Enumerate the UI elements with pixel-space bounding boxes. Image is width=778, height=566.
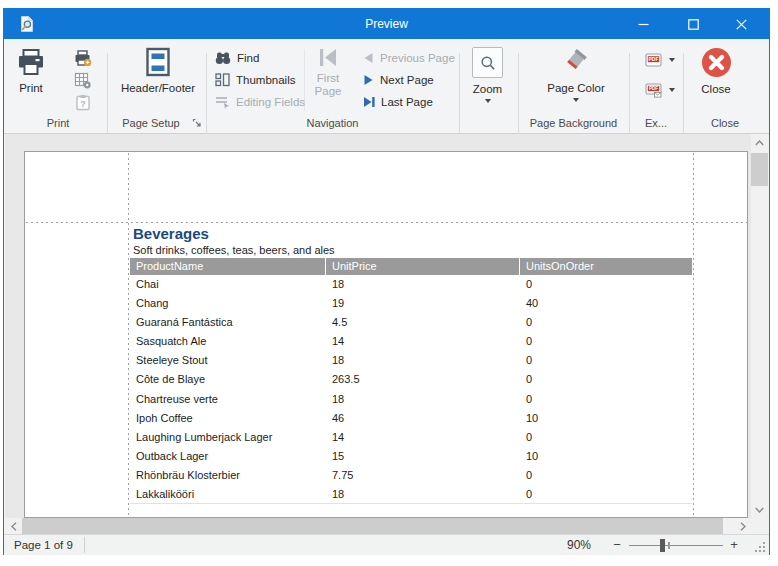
find-binoculars-icon — [215, 51, 231, 65]
column-header-unitsonorder: UnitsOnOrder — [520, 258, 692, 275]
header-footer-button[interactable]: Header/Footer — [112, 47, 204, 94]
table-cell: 0 — [520, 313, 692, 332]
send-pdf-email-button[interactable]: PDF — [645, 80, 675, 100]
scroll-up-button[interactable] — [751, 134, 768, 151]
zoom-out-button[interactable]: − — [610, 535, 624, 555]
table-cell: Sasquatch Ale — [130, 332, 326, 351]
vertical-scrollbar[interactable] — [751, 134, 768, 518]
thumbnails-label: Thumbnails — [236, 74, 295, 86]
navigation-group-label: Navigation — [206, 115, 459, 131]
chevron-down-icon — [573, 98, 579, 102]
magnifier-icon — [480, 55, 496, 71]
maximize-icon — [688, 19, 699, 30]
previous-page-button[interactable]: Previous Page — [363, 48, 455, 68]
table-cell: 0 — [520, 390, 692, 409]
table-cell: Laughing Lumberjack Lager — [130, 428, 326, 447]
document-viewport[interactable]: Beverages Soft drinks, coffees, teas, be… — [5, 134, 751, 518]
svg-text:?: ? — [80, 98, 86, 108]
grid-options-button[interactable] — [74, 70, 92, 90]
last-page-button[interactable]: Last Page — [363, 92, 433, 112]
editing-fields-button[interactable]: Editing Fields — [215, 92, 305, 112]
scroll-left-button[interactable] — [5, 518, 22, 534]
next-page-icon — [363, 74, 374, 86]
scroll-right-button[interactable] — [734, 518, 751, 534]
table-cell: 46 — [326, 409, 520, 428]
margin-guide-right — [693, 153, 694, 518]
table-cell: 0 — [520, 428, 692, 447]
table-cell: 263.5 — [326, 370, 520, 389]
last-page-icon — [363, 96, 375, 108]
vertical-scroll-thumb[interactable] — [751, 153, 768, 186]
table-cell: 40 — [520, 294, 692, 313]
table-row: Lakkalikööri180 — [130, 485, 692, 504]
scroll-down-button[interactable] — [751, 501, 768, 518]
window-close-button[interactable] — [721, 9, 761, 39]
zoom-slider-thumb[interactable] — [660, 539, 665, 552]
horizontal-scrollbar[interactable] — [5, 518, 751, 534]
maximize-button[interactable] — [673, 9, 713, 39]
first-page-icon — [317, 47, 339, 68]
table-cell: 4.5 — [326, 313, 520, 332]
minimize-button[interactable] — [623, 9, 663, 39]
find-button[interactable]: Find — [215, 48, 259, 68]
table-cell: 7.75 — [326, 466, 520, 485]
table-row: Outback Lager1510 — [130, 447, 692, 466]
page-setup-group-label: Page Setup — [107, 115, 195, 131]
margin-guide-left — [128, 153, 129, 518]
resize-grip-icon[interactable] — [753, 540, 765, 552]
titlebar[interactable]: Preview — [4, 9, 769, 39]
table-cell: Guaraná Fantástica — [130, 313, 326, 332]
report-table-rows: Chai180Chang1940Guaraná Fantástica4.50Sa… — [130, 275, 692, 504]
chevron-up-icon — [755, 140, 764, 146]
chevron-right-icon — [740, 522, 746, 531]
horizontal-scroll-thumb[interactable] — [22, 518, 723, 534]
table-cell: 15 — [326, 447, 520, 466]
table-cell: Côte de Blaye — [130, 370, 326, 389]
dialog-launcher-icon[interactable] — [192, 118, 202, 128]
status-separator — [84, 537, 85, 553]
report-subtitle: Soft drinks, coffees, teas, beers, and a… — [133, 244, 335, 256]
close-icon — [736, 19, 747, 30]
last-page-label: Last Page — [381, 96, 433, 108]
clipboard-help-icon: ? — [75, 94, 91, 111]
table-cell: Chartreuse verte — [130, 390, 326, 409]
close-button-label: Close — [701, 83, 730, 95]
export-pdf-button[interactable]: PDF — [645, 50, 675, 70]
zoom-level-value: 90% — [567, 535, 591, 555]
table-end-line — [130, 503, 692, 504]
close-group-label: Close — [683, 115, 767, 131]
thumbnails-button[interactable]: Thumbnails — [215, 70, 295, 90]
table-cell: 14 — [326, 332, 520, 351]
previous-page-label: Previous Page — [380, 52, 455, 64]
zoom-in-button[interactable]: + — [727, 535, 741, 555]
scrollbar-corner — [751, 518, 768, 534]
report-page: Beverages Soft drinks, coffees, teas, be… — [24, 151, 748, 518]
send-pdf-email-icon: PDF — [645, 83, 662, 98]
screen: Preview Print — [0, 0, 778, 566]
preview-window: Preview Print — [3, 8, 770, 555]
zoom-slider-track[interactable] — [629, 545, 723, 546]
clipboard-help-button[interactable]: ? — [75, 92, 91, 112]
print-button[interactable]: Print — [16, 47, 46, 94]
page-color-button[interactable]: Page Color — [540, 47, 612, 102]
table-cell: Chai — [130, 275, 326, 294]
zoom-label: Zoom — [473, 83, 502, 95]
printer-options-icon — [74, 50, 92, 67]
print-group-label: Print — [9, 115, 107, 131]
table-cell: Steeleye Stout — [130, 351, 326, 370]
table-row: Chang1940 — [130, 294, 692, 313]
table-row: Guaraná Fantástica4.50 — [130, 313, 692, 332]
zoom-button[interactable]: Zoom — [472, 47, 503, 103]
close-preview-button[interactable]: Close — [697, 47, 735, 95]
table-cell: 0 — [520, 275, 692, 294]
thumbnails-icon — [215, 73, 230, 87]
print-options-button[interactable] — [74, 48, 92, 68]
header-footer-label: Header/Footer — [121, 82, 195, 94]
first-page-button[interactable]: First Page — [308, 47, 348, 98]
editing-fields-icon — [215, 95, 230, 109]
minimize-icon — [638, 19, 649, 30]
table-cell: 0 — [520, 466, 692, 485]
table-cell: Lakkalikööri — [130, 485, 326, 504]
next-page-label: Next Page — [380, 74, 434, 86]
next-page-button[interactable]: Next Page — [363, 70, 434, 90]
